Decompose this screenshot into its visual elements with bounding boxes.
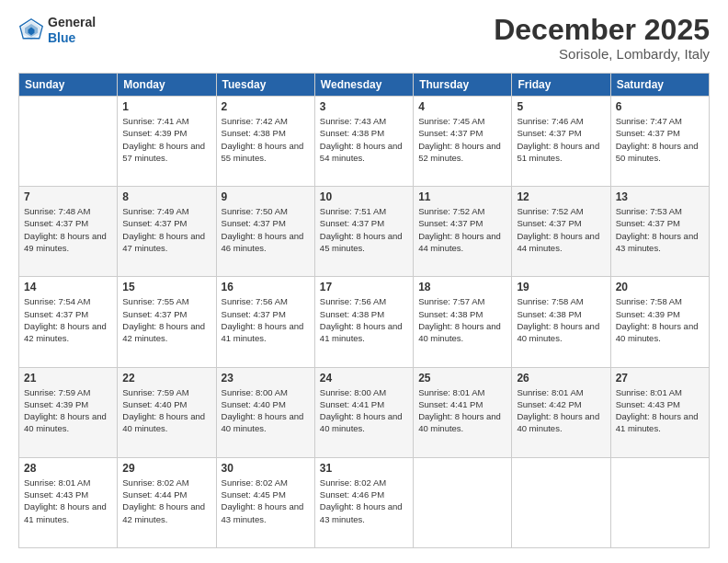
day-cell: 22 Sunrise: 7:59 AM Sunset: 4:40 PM Dayl… <box>118 367 216 457</box>
daylight: Daylight: 8 hours and 50 minutes. <box>616 141 699 163</box>
daylight: Daylight: 8 hours and 43 minutes. <box>616 231 699 253</box>
daylight: Daylight: 8 hours and 40 minutes. <box>418 321 501 343</box>
sunset: Sunset: 4:38 PM <box>320 128 384 138</box>
day-detail: Sunrise: 7:58 AM Sunset: 4:38 PM Dayligh… <box>517 295 605 344</box>
title-block: December 2025 Sorisole, Lombardy, Italy <box>494 15 710 62</box>
day-cell: 7 Sunrise: 7:48 AM Sunset: 4:37 PM Dayli… <box>19 187 118 277</box>
calendar-page: General Blue December 2025 Sorisole, Lom… <box>0 0 728 563</box>
day-number: 2 <box>222 100 310 113</box>
sunset: Sunset: 4:37 PM <box>24 309 88 319</box>
sunrise: Sunrise: 7:42 AM <box>222 116 288 126</box>
sunrise: Sunrise: 7:50 AM <box>222 206 288 216</box>
sunrise: Sunrise: 8:01 AM <box>517 387 583 397</box>
sunrise: Sunrise: 7:47 AM <box>616 116 682 126</box>
month-title: December 2025 <box>494 15 710 44</box>
sunrise: Sunrise: 7:59 AM <box>24 387 90 397</box>
sunset: Sunset: 4:45 PM <box>222 489 286 500</box>
header-wednesday: Wednesday <box>314 74 413 97</box>
daylight: Daylight: 8 hours and 55 minutes. <box>222 141 304 163</box>
daylight: Daylight: 8 hours and 41 minutes. <box>616 411 699 433</box>
day-cell: 29 Sunrise: 8:02 AM Sunset: 4:44 PM Dayl… <box>118 457 216 547</box>
sunrise: Sunrise: 7:52 AM <box>418 206 484 216</box>
day-cell <box>414 457 512 547</box>
day-detail: Sunrise: 8:00 AM Sunset: 4:40 PM Dayligh… <box>222 386 310 435</box>
sunrise: Sunrise: 8:02 AM <box>320 477 386 488</box>
sunrise: Sunrise: 7:56 AM <box>222 296 288 306</box>
daylight: Daylight: 8 hours and 40 minutes. <box>24 411 107 433</box>
day-detail: Sunrise: 7:48 AM Sunset: 4:37 PM Dayligh… <box>24 205 112 254</box>
sunrise: Sunrise: 8:01 AM <box>24 477 90 488</box>
calendar-table: Sunday Monday Tuesday Wednesday Thursday… <box>18 73 710 548</box>
sunset: Sunset: 4:37 PM <box>24 218 88 228</box>
sunset: Sunset: 4:40 PM <box>122 399 187 409</box>
daylight: Daylight: 8 hours and 51 minutes. <box>517 141 599 163</box>
header-sunday: Sunday <box>19 74 118 97</box>
day-number: 24 <box>320 372 408 385</box>
day-cell: 13 Sunrise: 7:53 AM Sunset: 4:37 PM Dayl… <box>610 187 709 277</box>
sunrise: Sunrise: 7:45 AM <box>418 116 484 126</box>
sunset: Sunset: 4:37 PM <box>418 128 483 138</box>
sunset: Sunset: 4:37 PM <box>418 218 483 228</box>
day-cell: 9 Sunrise: 7:50 AM Sunset: 4:37 PM Dayli… <box>216 187 314 277</box>
day-cell: 12 Sunrise: 7:52 AM Sunset: 4:37 PM Dayl… <box>512 187 610 277</box>
day-detail: Sunrise: 8:01 AM Sunset: 4:42 PM Dayligh… <box>517 386 605 435</box>
sunset: Sunset: 4:37 PM <box>222 309 286 319</box>
logo-icon <box>18 17 44 43</box>
day-cell <box>19 97 118 187</box>
sunrise: Sunrise: 7:52 AM <box>517 206 583 216</box>
day-number: 18 <box>418 281 506 293</box>
day-number: 5 <box>517 100 605 113</box>
day-detail: Sunrise: 7:56 AM Sunset: 4:37 PM Dayligh… <box>222 295 310 344</box>
sunset: Sunset: 4:46 PM <box>320 489 384 500</box>
week-row-5: 28 Sunrise: 8:01 AM Sunset: 4:43 PM Dayl… <box>19 457 710 547</box>
sunrise: Sunrise: 7:49 AM <box>122 206 188 216</box>
sunrise: Sunrise: 7:55 AM <box>122 296 188 306</box>
sunrise: Sunrise: 8:02 AM <box>222 477 288 488</box>
day-detail: Sunrise: 7:45 AM Sunset: 4:37 PM Dayligh… <box>418 115 506 164</box>
sunset: Sunset: 4:41 PM <box>418 399 483 409</box>
day-number: 8 <box>122 190 210 203</box>
day-number: 25 <box>418 372 506 385</box>
daylight: Daylight: 8 hours and 57 minutes. <box>122 141 205 163</box>
day-cell: 11 Sunrise: 7:52 AM Sunset: 4:37 PM Dayl… <box>414 187 512 277</box>
day-cell: 24 Sunrise: 8:00 AM Sunset: 4:41 PM Dayl… <box>314 367 413 457</box>
daylight: Daylight: 8 hours and 40 minutes. <box>418 411 501 433</box>
daylight: Daylight: 8 hours and 45 minutes. <box>320 231 403 253</box>
day-number: 6 <box>616 100 704 113</box>
daylight: Daylight: 8 hours and 40 minutes. <box>222 411 304 433</box>
daylight: Daylight: 8 hours and 40 minutes. <box>616 321 699 343</box>
day-cell: 5 Sunrise: 7:46 AM Sunset: 4:37 PM Dayli… <box>512 97 610 187</box>
day-number: 7 <box>24 190 112 203</box>
day-detail: Sunrise: 8:02 AM Sunset: 4:44 PM Dayligh… <box>122 477 210 525</box>
day-detail: Sunrise: 7:50 AM Sunset: 4:37 PM Dayligh… <box>222 205 310 254</box>
day-number: 29 <box>122 462 210 475</box>
header-monday: Monday <box>118 74 216 97</box>
day-cell <box>610 457 709 547</box>
logo: General Blue <box>18 15 96 46</box>
day-number: 19 <box>517 281 605 293</box>
day-cell <box>512 457 610 547</box>
day-cell: 16 Sunrise: 7:56 AM Sunset: 4:37 PM Dayl… <box>216 277 314 367</box>
sunset: Sunset: 4:37 PM <box>517 218 581 228</box>
day-number: 13 <box>616 190 704 203</box>
sunset: Sunset: 4:43 PM <box>616 399 680 409</box>
daylight: Daylight: 8 hours and 44 minutes. <box>418 231 501 253</box>
sunset: Sunset: 4:42 PM <box>517 399 581 409</box>
location-subtitle: Sorisole, Lombardy, Italy <box>494 46 710 62</box>
sunrise: Sunrise: 7:58 AM <box>616 296 682 306</box>
header: General Blue December 2025 Sorisole, Lom… <box>18 15 710 62</box>
daylight: Daylight: 8 hours and 52 minutes. <box>418 141 501 163</box>
sunset: Sunset: 4:40 PM <box>222 399 286 409</box>
day-detail: Sunrise: 7:47 AM Sunset: 4:37 PM Dayligh… <box>616 115 704 164</box>
day-number: 12 <box>517 190 605 203</box>
day-number: 14 <box>24 281 112 293</box>
day-number: 30 <box>222 462 310 475</box>
day-detail: Sunrise: 7:58 AM Sunset: 4:39 PM Dayligh… <box>616 295 704 344</box>
logo-blue: Blue <box>48 30 96 46</box>
sunset: Sunset: 4:37 PM <box>222 218 286 228</box>
day-detail: Sunrise: 7:41 AM Sunset: 4:39 PM Dayligh… <box>122 115 210 164</box>
sunrise: Sunrise: 7:59 AM <box>122 387 188 397</box>
week-row-3: 14 Sunrise: 7:54 AM Sunset: 4:37 PM Dayl… <box>19 277 710 367</box>
day-number: 17 <box>320 281 408 293</box>
day-cell: 20 Sunrise: 7:58 AM Sunset: 4:39 PM Dayl… <box>610 277 709 367</box>
